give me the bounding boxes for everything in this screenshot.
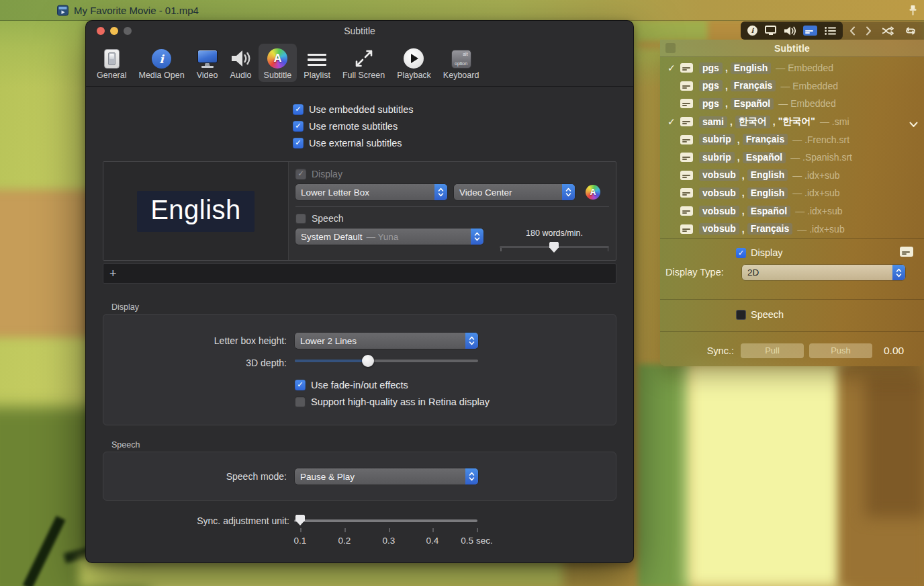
source-option-row: Use remote subtitles bbox=[293, 118, 414, 134]
track-language: Español bbox=[731, 98, 774, 110]
toolbar-item-media-open[interactable]: iMedia Open bbox=[133, 44, 189, 82]
toolbar-item-label: Media Open bbox=[138, 71, 184, 80]
slider-thumb[interactable] bbox=[362, 355, 374, 367]
toolbar-item-keyboard[interactable]: altoptionKeyboard bbox=[438, 44, 485, 82]
toolbar-item-audio[interactable]: Audio bbox=[225, 44, 257, 82]
chevron-left-icon[interactable] bbox=[849, 26, 856, 36]
subtitle-preview-text: English bbox=[137, 191, 255, 232]
subtitle-track-row[interactable]: vobsub,Español— .idx+sub bbox=[660, 202, 924, 220]
fade-checkbox[interactable] bbox=[295, 380, 306, 390]
monitor-icon[interactable] bbox=[765, 28, 776, 34]
track-source: — .Spanish.srt bbox=[790, 152, 852, 163]
hud-display-checkbox[interactable] bbox=[736, 248, 746, 258]
subtitle-icon[interactable] bbox=[900, 247, 913, 259]
subtitle-track-row[interactable]: vobsub,Français— .idx+sub bbox=[660, 220, 924, 238]
retina-checkbox[interactable] bbox=[295, 396, 306, 407]
fullscreen-arrows-icon bbox=[354, 47, 374, 69]
slider-thumb[interactable] bbox=[295, 515, 305, 526]
sync-unit-slider[interactable] bbox=[294, 519, 477, 522]
depth-slider[interactable] bbox=[295, 355, 478, 367]
letterbox-select[interactable]: Lower 2 Lines bbox=[295, 333, 478, 349]
display-group-label: Display bbox=[111, 302, 139, 312]
speech-rate-slider[interactable] bbox=[500, 241, 609, 253]
subtitle-track-row[interactable]: subrip,Español— .Spanish.srt bbox=[660, 149, 924, 167]
subtitle-track-row[interactable]: pgs,Español— Embedded bbox=[660, 95, 924, 113]
subtitle-icon bbox=[680, 171, 693, 180]
pin-icon[interactable] bbox=[909, 5, 917, 16]
hud-display-label: Display bbox=[751, 247, 783, 258]
subtitle-track-row[interactable]: ✓pgs,English— Embedded bbox=[660, 59, 924, 77]
speech-checkbox-label: Speech bbox=[312, 213, 343, 224]
font-color-button[interactable]: A bbox=[586, 185, 600, 200]
speaker-icon[interactable] bbox=[784, 26, 796, 36]
subtitle-track-row[interactable]: pgs,Français— Embedded bbox=[660, 77, 924, 95]
toolbar-item-video[interactable]: Video bbox=[191, 44, 224, 82]
position-select[interactable]: Lower Letter Box bbox=[295, 184, 447, 200]
pull-button[interactable]: Pull bbox=[741, 343, 804, 358]
list-icon[interactable] bbox=[825, 26, 836, 36]
player-titlebar[interactable]: My Favorite Movie - 01.mp4 bbox=[0, 0, 924, 21]
list-icon bbox=[308, 47, 326, 69]
prefs-window-title: Subtitle bbox=[86, 21, 633, 41]
track-language: English bbox=[747, 187, 788, 199]
slider-thumb[interactable] bbox=[549, 242, 559, 253]
checkbox[interactable] bbox=[293, 104, 304, 115]
track-source: — .smi bbox=[820, 116, 849, 127]
tick-label: 0.2 bbox=[338, 536, 351, 546]
track-add-strip: + bbox=[103, 263, 616, 284]
hud-speech-section: Speech bbox=[660, 299, 924, 331]
display-option-row: Support high-quality ass in Retina displ… bbox=[295, 396, 490, 407]
comma: , bbox=[725, 98, 728, 109]
rainbow-a-icon: A bbox=[267, 47, 287, 69]
subtitle-track-row[interactable]: subrip,Français— .French.srt bbox=[660, 130, 924, 149]
track-language: Français bbox=[731, 80, 776, 91]
subtitle-icon[interactable] bbox=[803, 26, 817, 36]
shuffle-icon[interactable] bbox=[882, 26, 894, 36]
subtitle-track-row[interactable]: vobsub,English— .idx+sub bbox=[660, 184, 924, 202]
comma: , bbox=[725, 62, 728, 73]
comma: , bbox=[737, 134, 740, 145]
chevron-right-icon[interactable] bbox=[866, 26, 872, 36]
toolbar-item-full-screen[interactable]: Full Screen bbox=[337, 44, 390, 82]
toolbar-item-playlist[interactable]: Playlist bbox=[298, 44, 336, 82]
toolbar-item-playback[interactable]: Playback bbox=[391, 44, 436, 82]
tick-label: 0.4 bbox=[426, 536, 439, 546]
tick-label: 0.3 bbox=[383, 536, 396, 546]
prefs-titlebar[interactable]: Subtitle bbox=[86, 21, 633, 41]
stepper-icon bbox=[471, 228, 483, 245]
speech-mode-select[interactable]: Pause & Play bbox=[295, 468, 478, 485]
dimmed-icon bbox=[665, 43, 676, 53]
checkbox[interactable] bbox=[293, 138, 304, 149]
checkbox-label: Use remote subtitles bbox=[309, 121, 398, 132]
movie-file-icon bbox=[57, 5, 68, 16]
display-type-select[interactable]: 2D bbox=[742, 265, 905, 280]
push-button[interactable]: Push bbox=[809, 343, 872, 358]
subtitle-icon bbox=[680, 81, 693, 91]
hud-view-buttons: i bbox=[741, 22, 843, 40]
display-checkbox[interactable] bbox=[295, 169, 306, 179]
anchor-select[interactable]: Video Center bbox=[454, 184, 575, 200]
hud-sync-value: 0.00 bbox=[884, 345, 904, 357]
checkbox[interactable] bbox=[293, 121, 304, 132]
subtitle-track-row[interactable]: ✓sami,한국어,"한국어"— .smi bbox=[660, 113, 924, 131]
chevron-down-icon[interactable] bbox=[909, 119, 918, 130]
toolbar-item-general[interactable]: General bbox=[91, 44, 132, 82]
subtitle-track-editor: English Display Lower Letter Box Video C… bbox=[103, 161, 616, 261]
track-source: — .idx+sub bbox=[792, 170, 839, 181]
toolbar-item-subtitle[interactable]: ASubtitle bbox=[259, 44, 297, 82]
depth-label: 3D depth: bbox=[103, 358, 287, 368]
toolbar-item-label: Audio bbox=[230, 71, 252, 80]
voice-select[interactable]: System Default— Yuna bbox=[295, 228, 483, 245]
subtitle-track-row[interactable]: vobsub,English— .idx+sub bbox=[660, 167, 924, 185]
track-language: 한국어 bbox=[735, 116, 770, 128]
repeat-icon[interactable] bbox=[905, 26, 917, 36]
tick-mark bbox=[300, 528, 302, 532]
letterbox-label: Letter box height: bbox=[103, 335, 287, 346]
add-track-button[interactable]: + bbox=[109, 267, 117, 280]
speech-checkbox[interactable] bbox=[295, 213, 306, 224]
subtitle-icon bbox=[680, 135, 693, 144]
hud-speech-checkbox[interactable] bbox=[736, 310, 746, 320]
info-circle-icon: i bbox=[152, 47, 171, 69]
tick-label: 0.1 bbox=[294, 536, 307, 546]
info-icon[interactable]: i bbox=[747, 26, 757, 36]
